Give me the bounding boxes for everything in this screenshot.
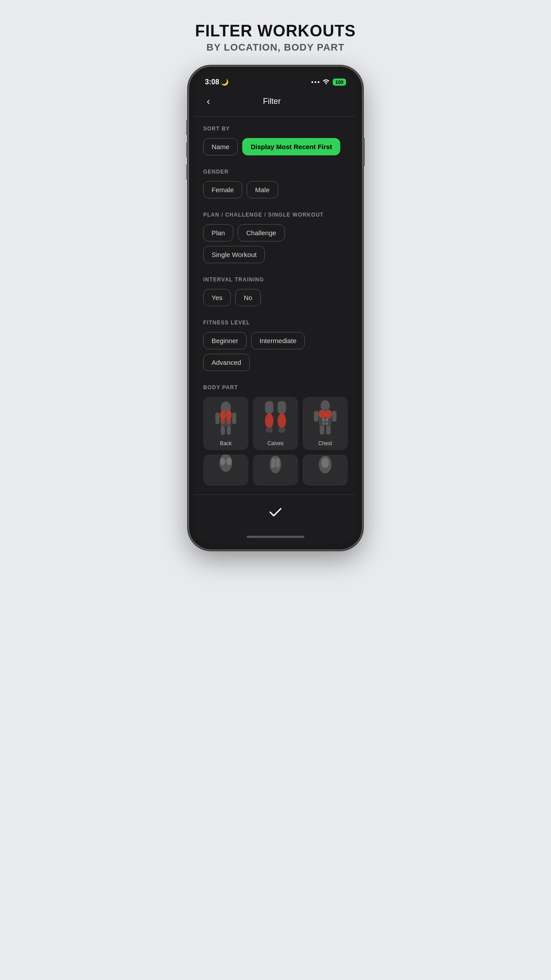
svg-point-4 [221, 418, 225, 424]
single-workout-button[interactable]: Single Workout [203, 246, 265, 263]
page-subtitle: BY LOCATION, BODY PART [195, 42, 356, 53]
svg-rect-7 [232, 412, 236, 424]
svg-point-19 [324, 410, 332, 419]
home-bar [247, 536, 304, 538]
sort-name-button[interactable]: Name [203, 138, 238, 155]
svg-rect-25 [332, 411, 336, 422]
body-part-section: BODY PART [203, 375, 348, 494]
plan-section: PLAN / CHALLENGE / SINGLE WORKOUT Plan C… [203, 203, 348, 268]
plan-button[interactable]: Plan [203, 224, 233, 241]
partial-card-2[interactable] [253, 454, 298, 486]
body-part-label: BODY PART [203, 384, 348, 391]
sort-recent-button[interactable]: Display Most Recent First [242, 138, 340, 155]
wifi-icon [322, 78, 330, 86]
advanced-button[interactable]: Advanced [203, 354, 250, 371]
back-muscle-image [203, 397, 248, 439]
bottom-bar [194, 494, 357, 532]
interval-buttons: Yes No [203, 289, 348, 306]
svg-point-5 [227, 418, 231, 424]
chest-card[interactable]: Chest [303, 397, 348, 450]
svg-rect-32 [272, 458, 276, 467]
interval-section: INTERVAL TRAINING Yes No [203, 268, 348, 311]
header-section: FILTER WORKOUTS BY LOCATION, BODY PART [186, 9, 365, 62]
page-title: FILTER WORKOUTS [195, 22, 356, 40]
svg-rect-21 [326, 419, 328, 422]
female-button[interactable]: Female [203, 181, 242, 198]
svg-rect-24 [314, 411, 319, 422]
back-card[interactable]: Back [203, 397, 248, 450]
svg-point-35 [321, 458, 329, 468]
svg-point-16 [321, 400, 330, 411]
male-button[interactable]: Male [247, 181, 278, 198]
svg-rect-10 [265, 401, 273, 414]
filter-content: SORT BY Name Display Most Recent First G… [194, 117, 357, 494]
beginner-button[interactable]: Beginner [203, 332, 247, 349]
battery-indicator: 100 [333, 79, 346, 86]
sort-by-label: SORT BY [203, 126, 348, 132]
page-wrapper: FILTER WORKOUTS BY LOCATION, BODY PART 3… [184, 9, 367, 549]
back-button[interactable]: ‹ [203, 94, 213, 109]
gender-label: GENDER [203, 169, 348, 175]
gender-buttons: Female Male [203, 181, 348, 198]
challenge-button[interactable]: Challenge [238, 224, 285, 241]
svg-rect-27 [326, 426, 331, 435]
gender-section: GENDER Female Male [203, 160, 348, 203]
calves-label: Calves [268, 440, 284, 447]
moon-icon: 🌙 [221, 79, 228, 86]
nav-title: Filter [213, 97, 330, 106]
confirm-button[interactable] [264, 501, 287, 523]
phone-frame: 3:08 🌙 100 [189, 67, 362, 549]
svg-point-14 [278, 413, 286, 428]
intermediate-button[interactable]: Intermediate [251, 332, 305, 349]
calves-muscle-image [253, 397, 298, 439]
sort-by-buttons: Name Display Most Recent First [203, 138, 348, 155]
fitness-label: FITNESS LEVEL [203, 320, 348, 326]
plan-buttons: Plan Challenge Single Workout [203, 224, 348, 263]
chest-muscle-image [303, 397, 348, 439]
svg-rect-6 [215, 412, 219, 424]
home-indicator [194, 532, 357, 544]
back-label: Back [220, 440, 232, 447]
interval-yes-button[interactable]: Yes [203, 289, 231, 306]
svg-rect-8 [221, 426, 225, 435]
status-bar: 3:08 🌙 100 [194, 72, 357, 90]
status-time: 3:08 🌙 [205, 78, 228, 86]
svg-point-30 [226, 458, 231, 465]
partial-muscle-1 [203, 454, 248, 475]
svg-rect-15 [279, 427, 285, 432]
partial-muscle-3 [303, 454, 348, 475]
body-part-grid: Back [203, 397, 348, 490]
svg-rect-12 [266, 427, 272, 432]
fitness-section: FITNESS LEVEL Beginner Intermediate Adva… [203, 311, 348, 375]
svg-rect-20 [322, 419, 325, 422]
interval-no-button[interactable]: No [235, 289, 260, 306]
status-icons: 100 [311, 78, 346, 86]
plan-label: PLAN / CHALLENGE / SINGLE WORKOUT [203, 212, 348, 218]
interval-label: INTERVAL TRAINING [203, 277, 348, 283]
signal-icon [311, 81, 319, 83]
svg-rect-9 [227, 426, 231, 435]
sort-by-section: SORT BY Name Display Most Recent First [203, 117, 348, 160]
svg-point-29 [220, 458, 225, 465]
partial-card-3[interactable] [303, 454, 348, 486]
chest-label: Chest [318, 440, 332, 447]
partial-muscle-2 [253, 454, 298, 475]
partial-card-1[interactable] [203, 454, 248, 486]
svg-rect-23 [326, 422, 328, 425]
calves-card[interactable]: Calves [253, 397, 298, 450]
svg-rect-33 [276, 458, 280, 467]
svg-rect-26 [320, 426, 324, 435]
svg-rect-13 [278, 401, 286, 414]
phone-screen: 3:08 🌙 100 [194, 72, 357, 544]
svg-point-11 [265, 413, 273, 428]
svg-rect-22 [322, 422, 325, 425]
fitness-buttons: Beginner Intermediate Advanced [203, 332, 348, 371]
nav-bar: ‹ Filter [194, 90, 357, 117]
